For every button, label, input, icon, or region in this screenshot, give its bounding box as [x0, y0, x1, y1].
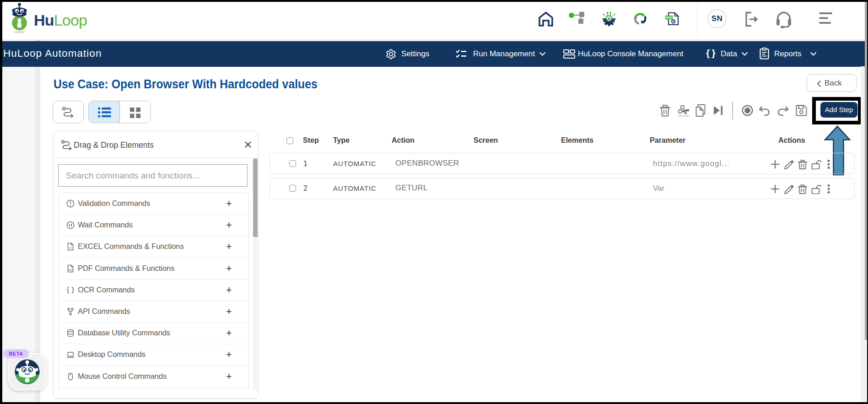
svg-text:PDF: PDF	[68, 269, 73, 271]
svg-text:A: A	[608, 16, 611, 21]
svg-text:PDF: PDF	[666, 16, 673, 20]
svg-text:x: x	[70, 246, 71, 250]
